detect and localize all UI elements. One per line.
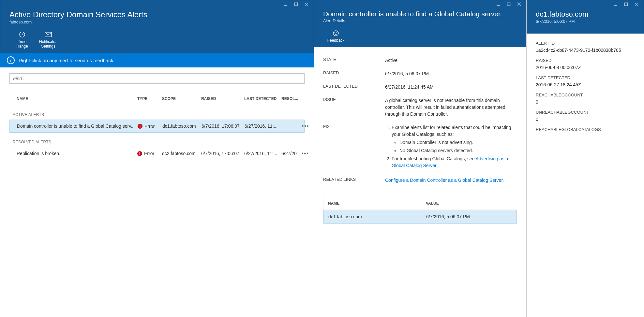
page-title: Active Directory Domain Services Alerts	[9, 10, 305, 19]
value-fix: Examine alerts list for related alerts t…	[385, 124, 517, 170]
alerts-grid: NAME TYPE SCOPE RAISED LAST DETECTED RES…	[9, 92, 305, 160]
fix-step2-lead: For troubleshooting Global Catalogs, see	[392, 156, 476, 161]
col-name[interactable]: NAME	[13, 96, 137, 101]
toolbar: Time Range Notificati... Settings	[0, 29, 314, 53]
subcol-value[interactable]: VALUE	[426, 201, 512, 206]
col-raised[interactable]: RAISED	[201, 96, 244, 101]
svg-rect-1	[295, 3, 298, 6]
maximize-icon[interactable]	[505, 2, 512, 7]
alert-resolved: 6/27/20	[281, 151, 302, 156]
alert-name: Replication is broken.	[13, 151, 137, 156]
notif-label-2: Settings	[41, 44, 55, 49]
label-issue: ISSUE	[323, 97, 385, 118]
page-subtitle: fabtoso.com	[9, 20, 305, 24]
svg-rect-7	[507, 3, 510, 6]
toolbar: Feedback	[314, 28, 526, 47]
active-alerts-heading: ACTIVE ALERTS	[9, 105, 305, 120]
smile-icon	[333, 30, 339, 37]
svg-point-12	[337, 32, 337, 33]
feedback-button[interactable]: Feedback	[326, 30, 345, 43]
label-reach-count: REACHABLEGCCOUNT	[536, 93, 635, 97]
scope-name: dc1.fabtoso.com	[328, 214, 426, 219]
feedback-label: Feedback	[327, 38, 345, 43]
row-more-icon[interactable]: •••	[302, 151, 309, 156]
col-resolved[interactable]: RESOL...	[281, 96, 302, 101]
time-range-label-1: Time	[18, 39, 26, 44]
details-title: Domain controller is unable to find a Gl…	[323, 10, 517, 18]
row-more-icon[interactable]: •••	[302, 123, 309, 129]
minimize-icon[interactable]	[612, 2, 619, 7]
mail-icon	[45, 31, 52, 38]
scope-value: 6/7/2016, 5:06:07 PM	[426, 214, 512, 219]
label-raised: RAISED	[536, 58, 635, 63]
alert-last: 6/27/2016, 11:...	[244, 151, 281, 156]
alert-name: Domain controller is unable to find a Gl…	[13, 123, 138, 129]
label-last: LAST DETECTED	[536, 75, 635, 80]
time-range-label-2: Range	[16, 44, 28, 49]
close-icon[interactable]	[516, 2, 522, 7]
alert-last: 6/27/2016, 11:...	[245, 123, 282, 129]
details-subtitle: Alert Details	[323, 19, 517, 23]
notif-label-1: Notificati...	[39, 39, 57, 44]
label-unreach-count: UNREACHABLEGCCOUNT	[536, 110, 635, 115]
svg-rect-5	[45, 32, 52, 37]
value-alert-id: 1a2cd4c2-cb87-4473-9172-f1b02838b705	[536, 48, 635, 53]
alert-type: Error	[144, 124, 155, 129]
clock-icon	[19, 31, 25, 38]
minimize-icon[interactable]	[282, 2, 289, 7]
grid-header: NAME TYPE SCOPE RAISED LAST DETECTED RES…	[9, 92, 305, 105]
value-state: Active	[385, 57, 517, 64]
alert-row[interactable]: Domain controller is unable to find a Gl…	[9, 120, 305, 133]
svg-point-10	[333, 31, 338, 36]
fix-step1-a: Domain Controller is not advertising.	[399, 139, 517, 146]
server-properties-pane: dc1.fabtoso.com 6/7/2016, 5:06:07 PM ALE…	[527, 0, 644, 317]
pane2-header: Domain controller is unable to find a Gl…	[314, 0, 526, 47]
value-reach-count: 0	[536, 99, 635, 105]
fix-step1-lead: Examine alerts list for related alerts t…	[392, 125, 511, 137]
time-range-button[interactable]: Time Range	[13, 31, 32, 49]
label-state: STATE	[323, 57, 385, 64]
value-raised: 6/7/2016, 5:06:07 PM	[385, 70, 517, 77]
error-badge: ! Error	[137, 151, 154, 156]
window-controls	[0, 0, 314, 8]
alert-raised: 6/7/2016, 17:06:07	[201, 151, 244, 156]
close-icon[interactable]	[303, 2, 310, 7]
window-controls	[527, 0, 644, 8]
pane1-header: Active Directory Domain Services Alerts …	[0, 0, 314, 53]
related-link[interactable]: Configure a Domain Controller as a Globa…	[385, 178, 504, 183]
label-alert-id: ALERT ID	[536, 41, 635, 46]
close-icon[interactable]	[633, 2, 640, 7]
minimize-icon[interactable]	[495, 2, 502, 7]
search-input[interactable]	[9, 73, 305, 84]
server-title: dc1.fabtoso.com	[536, 10, 635, 19]
scope-row[interactable]: dc1.fabtoso.com 6/7/2016, 5:06:07 PM	[323, 210, 517, 223]
alert-scope: dc1.fabtoso.com	[162, 123, 202, 129]
subcol-name[interactable]: NAME	[328, 201, 426, 206]
value-unreach-count: 0	[536, 117, 635, 122]
maximize-icon[interactable]	[623, 2, 629, 7]
col-type[interactable]: TYPE	[137, 96, 162, 101]
label-last: LAST DETECTED	[323, 84, 385, 91]
resolved-alerts-heading: RESOLVED ALERTS	[9, 133, 305, 147]
info-bar-text: Right-click on any alert to send us feed…	[19, 58, 114, 63]
col-scope[interactable]: SCOPE	[162, 96, 201, 101]
alert-scope: dc2.fabtoso.com	[162, 151, 201, 156]
error-badge: ! Error	[138, 124, 155, 129]
svg-rect-14	[625, 3, 628, 6]
label-reach-gc: REACHABLEGLOBALCATALOGS	[536, 127, 635, 132]
notification-settings-button[interactable]: Notificati... Settings	[39, 31, 58, 49]
alert-type: Error	[144, 151, 154, 156]
value-issue: A global catalog server is not reachable…	[385, 97, 517, 118]
maximize-icon[interactable]	[293, 2, 299, 7]
alert-details-pane: Domain controller is unable to find a Gl…	[314, 0, 527, 317]
pane3-header: dc1.fabtoso.com 6/7/2016, 5:06:07 PM	[527, 0, 644, 34]
label-related: RELATED LINKS	[323, 177, 385, 184]
col-last[interactable]: LAST DETECTED	[244, 96, 281, 101]
alert-row[interactable]: Replication is broken. ! Error dc2.fabto…	[9, 147, 305, 160]
info-icon: i	[7, 56, 15, 64]
value-last: 6/27/2016, 11:24:45 AM	[385, 84, 517, 91]
label-fix: FIX	[323, 124, 385, 170]
error-icon: !	[138, 124, 142, 129]
scope-table: NAME VALUE dc1.fabtoso.com 6/7/2016, 5:0…	[323, 197, 517, 224]
error-icon: !	[137, 151, 142, 156]
